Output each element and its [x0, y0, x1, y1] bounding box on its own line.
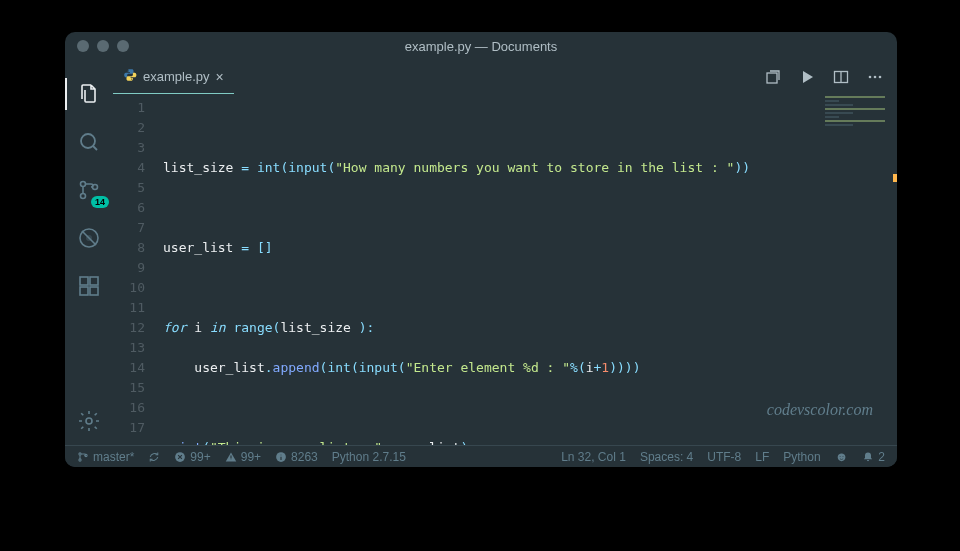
split-editor-icon[interactable] [833, 69, 849, 85]
svg-point-0 [81, 134, 95, 148]
svg-point-14 [874, 76, 877, 79]
eol-status[interactable]: LF [755, 450, 769, 464]
tab-example-py[interactable]: example.py × [113, 60, 234, 94]
editor-window: example.py — Documents 14 [65, 32, 897, 467]
source-control-icon[interactable]: 14 [65, 166, 113, 214]
svg-point-5 [86, 235, 92, 241]
close-traffic-light[interactable] [77, 40, 89, 52]
tab-bar: example.py × [113, 60, 897, 94]
traffic-lights [65, 40, 129, 52]
line-gutter: 1 2 3 4 5 6 7 8 9 10 11 12 13 14 15 16 1… [113, 98, 163, 445]
feedback-icon[interactable]: ☻ [835, 449, 849, 464]
run-icon[interactable] [799, 69, 815, 85]
warnings-status[interactable]: 99+ [225, 450, 261, 464]
errors-status[interactable]: 99+ [174, 450, 210, 464]
svg-point-10 [86, 418, 92, 424]
python-version-status[interactable]: Python 2.7.15 [332, 450, 406, 464]
svg-rect-11 [767, 73, 777, 83]
indentation-status[interactable]: Spaces: 4 [640, 450, 693, 464]
overview-ruler-mark [893, 174, 897, 182]
svg-point-1 [81, 182, 86, 187]
editor-actions [765, 69, 897, 85]
cursor-position-status[interactable]: Ln 32, Col 1 [561, 450, 626, 464]
svg-rect-7 [80, 287, 88, 295]
svg-point-13 [869, 76, 872, 79]
svg-point-2 [81, 194, 86, 199]
code-editor[interactable]: 1 2 3 4 5 6 7 8 9 10 11 12 13 14 15 16 1… [113, 94, 897, 445]
debug-icon[interactable] [65, 214, 113, 262]
close-icon[interactable]: × [215, 69, 223, 85]
activity-bar: 14 [65, 60, 113, 445]
zoom-traffic-light[interactable] [117, 40, 129, 52]
svg-rect-9 [90, 277, 98, 285]
editor-column: example.py × 1 2 3 4 5 6 7 8 9 10 11 12 … [113, 60, 897, 445]
git-branch-status[interactable]: master* [77, 450, 134, 464]
extensions-icon[interactable] [65, 262, 113, 310]
status-bar: master* 99+ 99+ 8263 Python 2.7.15 Ln 32… [65, 445, 897, 467]
tab-label: example.py [143, 69, 209, 84]
encoding-status[interactable]: UTF-8 [707, 450, 741, 464]
sync-status[interactable] [148, 451, 160, 463]
svg-point-15 [879, 76, 882, 79]
explorer-icon[interactable] [65, 70, 113, 118]
search-icon[interactable] [65, 118, 113, 166]
svg-rect-6 [80, 277, 88, 285]
window-title: example.py — Documents [405, 39, 557, 54]
more-icon[interactable] [867, 69, 883, 85]
minimize-traffic-light[interactable] [97, 40, 109, 52]
svg-point-17 [79, 458, 81, 460]
notifications-status[interactable]: 2 [862, 450, 885, 464]
settings-gear-icon[interactable] [65, 397, 113, 445]
svg-rect-8 [90, 287, 98, 295]
language-mode-status[interactable]: Python [783, 450, 820, 464]
open-changes-icon[interactable] [765, 69, 781, 85]
main-area: 14 example.py × [65, 60, 897, 445]
python-file-icon [123, 68, 137, 85]
scm-badge: 14 [91, 196, 109, 208]
code-content[interactable]: list_size = int(input("How many numbers … [163, 98, 897, 445]
info-status[interactable]: 8263 [275, 450, 318, 464]
svg-point-16 [79, 452, 81, 454]
titlebar: example.py — Documents [65, 32, 897, 60]
